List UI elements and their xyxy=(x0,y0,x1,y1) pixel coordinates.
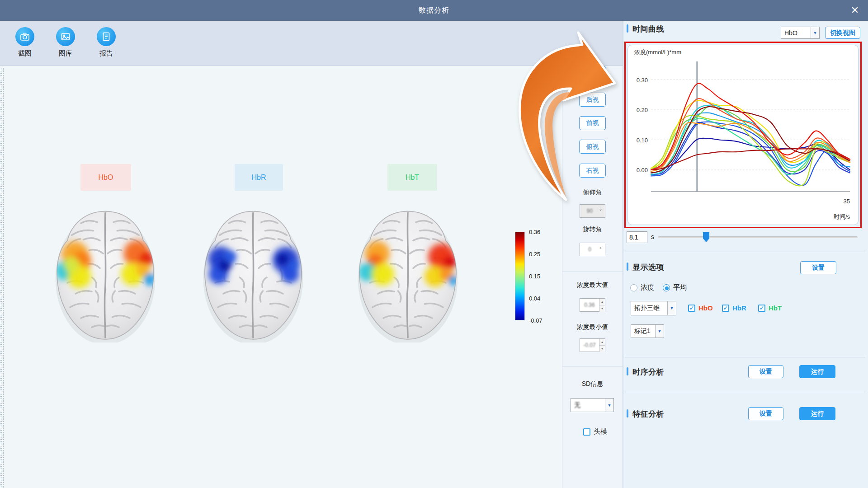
colorbar-tick-label: 0.36 xyxy=(529,229,540,235)
checkbox-hbt[interactable]: ✓ HbT xyxy=(758,304,782,312)
chevron-down-icon: ▼ xyxy=(655,325,664,338)
radio-average[interactable]: 平均 xyxy=(663,283,687,292)
time-curve-chart: 0.000.100.200.30浓度(mmol/L)*mm35时间/s xyxy=(627,45,859,225)
radio-icon xyxy=(630,284,637,291)
timeseries-settings-button[interactable]: 设置 xyxy=(748,365,783,378)
section-accent xyxy=(627,263,628,271)
brain-render-hbt[interactable] xyxy=(354,207,462,343)
mark-select[interactable]: 标记1 ▼ xyxy=(631,324,664,338)
max-concentration-label: 浓度最大值 xyxy=(562,281,623,289)
min-concentration-spinner[interactable]: -0.07 ▲▼ xyxy=(580,338,605,352)
colorbar xyxy=(515,232,525,320)
checkbox-hbr[interactable]: ✓ HbR xyxy=(722,304,746,312)
view-button-back[interactable]: 后视 xyxy=(579,93,606,107)
radio-icon xyxy=(663,284,670,291)
spinner-arrows[interactable]: ▲▼ xyxy=(599,299,605,311)
title-bar: 数据分析 ✕ xyxy=(0,0,868,21)
time-curve-header: 时间曲线 xyxy=(632,24,664,34)
switch-view-button[interactable]: 切换视图 xyxy=(825,27,860,39)
brain-render-hbo[interactable] xyxy=(51,207,160,343)
report-button[interactable]: 报告 xyxy=(89,27,123,58)
divider xyxy=(562,272,623,272)
pitch-angle-spinner[interactable]: 90 ° xyxy=(580,204,605,218)
min-concentration-label: 浓度最小值 xyxy=(562,323,623,331)
line-chart: 0.000.100.200.30浓度(mmol/L)*mm35时间/s xyxy=(628,45,858,225)
screenshot-button[interactable]: 截图 xyxy=(8,27,42,58)
colorbar-tick-label: 0.04 xyxy=(529,295,540,302)
section-accent xyxy=(627,24,628,33)
view-button-right[interactable]: 右视 xyxy=(579,164,606,178)
checkbox-hbo[interactable]: ✓ HbO xyxy=(688,304,713,312)
time-unit-label: s xyxy=(651,233,654,240)
pitch-angle-label: 俯仰角 xyxy=(562,188,623,197)
divider xyxy=(625,357,865,357)
time-slider[interactable] xyxy=(658,236,858,238)
svg-text:时间/s: 时间/s xyxy=(834,213,850,220)
checkbox-icon: ✓ xyxy=(722,305,729,312)
gallery-icon xyxy=(56,27,75,46)
left-dotted-edge xyxy=(0,68,4,488)
checkbox-icon: ✓ xyxy=(758,305,765,312)
feature-settings-button[interactable]: 设置 xyxy=(748,407,783,420)
colorbar-tick-label: 0.15 xyxy=(529,273,540,280)
rotate-angle-spinner[interactable]: 0 ° xyxy=(580,243,605,256)
section-accent xyxy=(627,409,628,418)
max-concentration-spinner[interactable]: 0.36 ▲▼ xyxy=(580,298,605,312)
divider xyxy=(625,392,865,392)
data-analysis-window: 数据分析 ✕ 截图 图库 xyxy=(0,0,868,488)
time-input[interactable] xyxy=(627,231,647,243)
view-button-top[interactable]: 俯视 xyxy=(579,140,606,154)
timeseries-run-button[interactable]: 运行 xyxy=(799,365,835,378)
view-button-left[interactable]: 左视 xyxy=(579,66,606,80)
gallery-button[interactable]: 图库 xyxy=(48,27,83,58)
map-label-hbo: HbO xyxy=(80,164,131,191)
panel-divider xyxy=(562,66,562,488)
topology-type-select[interactable]: 拓扑三维 ▼ xyxy=(631,301,676,315)
chevron-down-icon: ▼ xyxy=(667,301,676,315)
feature-run-button[interactable]: 运行 xyxy=(799,407,835,420)
map-label-hbr: HbR xyxy=(235,164,283,191)
svg-text:0.30: 0.30 xyxy=(637,77,648,84)
feature-analysis-header: 特征分析 xyxy=(632,409,664,419)
svg-text:0.00: 0.00 xyxy=(637,167,648,174)
checkbox-icon xyxy=(583,428,590,436)
svg-text:0.10: 0.10 xyxy=(637,137,648,144)
brain-render-hbr[interactable] xyxy=(199,207,307,343)
sd-info-label: SD信息 xyxy=(562,380,623,388)
sd-info-select[interactable]: 无 ▼ xyxy=(571,398,614,412)
svg-text:35: 35 xyxy=(844,198,850,205)
divider xyxy=(625,252,865,252)
spinner-arrows[interactable]: ▲▼ xyxy=(599,339,605,352)
map-label-hbt: HbT xyxy=(387,164,437,191)
camera-icon xyxy=(15,27,34,46)
radio-concentration[interactable]: 浓度 xyxy=(630,283,654,292)
display-settings-button[interactable]: 设置 xyxy=(800,261,836,274)
checkbox-icon: ✓ xyxy=(688,305,695,312)
window-title: 数据分析 xyxy=(0,0,868,21)
divider xyxy=(562,366,623,366)
svg-text:0.20: 0.20 xyxy=(637,107,648,113)
head-model-checkbox[interactable]: 头模 xyxy=(583,427,607,436)
hb-mode-select[interactable]: HbO ▼ xyxy=(781,27,820,39)
display-options-header: 显示选项 xyxy=(632,262,664,272)
view-button-front[interactable]: 前视 xyxy=(579,116,606,130)
toolbar: 截图 图库 报告 xyxy=(0,21,623,66)
colorbar-tick-label: 0.25 xyxy=(529,251,540,258)
close-icon[interactable]: ✕ xyxy=(848,4,862,17)
rotate-angle-label: 旋转角 xyxy=(562,225,623,234)
report-icon xyxy=(97,27,116,46)
chevron-down-icon: ▼ xyxy=(605,399,613,412)
section-accent xyxy=(627,367,628,375)
chevron-down-icon: ▼ xyxy=(811,27,819,38)
colorbar-tick-label: -0.07 xyxy=(529,317,542,324)
svg-text:浓度(mmol/L)*mm: 浓度(mmol/L)*mm xyxy=(634,49,681,56)
timeseries-analysis-header: 时序分析 xyxy=(632,367,664,377)
